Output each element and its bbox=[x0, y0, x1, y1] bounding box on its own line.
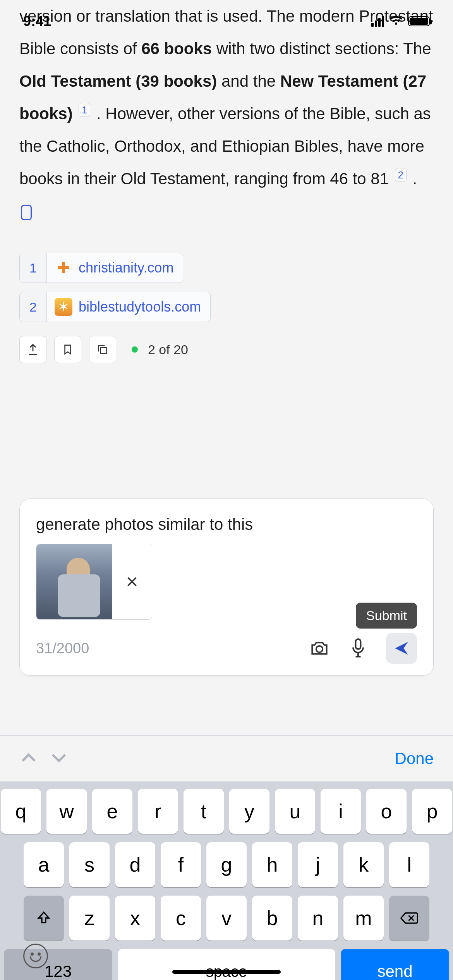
prev-field-button[interactable] bbox=[19, 749, 38, 769]
wifi-icon bbox=[389, 15, 403, 28]
remove-attachment-button[interactable] bbox=[112, 544, 152, 619]
text-cursor-icon bbox=[21, 205, 32, 220]
source-label: biblestudytools.com bbox=[79, 293, 210, 321]
microphone-button[interactable] bbox=[347, 637, 369, 659]
key-c[interactable]: c bbox=[161, 896, 201, 941]
submit-button[interactable]: Submit bbox=[356, 603, 417, 629]
cellular-icon bbox=[371, 16, 384, 27]
article-text: and the bbox=[221, 72, 280, 90]
key-e[interactable]: e bbox=[92, 789, 132, 834]
biblestudytools-favicon: ✶ bbox=[55, 298, 72, 316]
key-o[interactable]: o bbox=[366, 789, 407, 834]
source-label: christianity.com bbox=[79, 254, 183, 282]
key-g[interactable]: g bbox=[206, 842, 247, 887]
status-indicators bbox=[371, 15, 430, 28]
key-f[interactable]: f bbox=[161, 842, 201, 887]
article-text: . bbox=[412, 170, 417, 188]
key-b[interactable]: b bbox=[252, 896, 292, 941]
article-content: version or translation that is used. The… bbox=[0, 0, 453, 363]
character-count: 31/2000 bbox=[36, 640, 89, 657]
key-123[interactable]: 123 bbox=[4, 949, 112, 980]
key-shift[interactable] bbox=[24, 896, 64, 941]
key-r[interactable]: r bbox=[138, 789, 178, 834]
home-indicator[interactable] bbox=[172, 970, 281, 974]
key-a[interactable]: a bbox=[24, 842, 64, 887]
share-button[interactable] bbox=[19, 336, 46, 363]
key-x[interactable]: x bbox=[115, 896, 155, 941]
key-n[interactable]: n bbox=[298, 896, 338, 941]
keyboard-row-2: a s d f g h j k l bbox=[4, 842, 449, 887]
emoji-button[interactable] bbox=[23, 944, 48, 968]
key-m[interactable]: m bbox=[343, 896, 384, 941]
status-dot-icon bbox=[132, 346, 138, 353]
key-q[interactable]: q bbox=[1, 789, 41, 834]
battery-icon bbox=[408, 16, 430, 26]
key-u[interactable]: u bbox=[275, 789, 315, 834]
keyboard-row-1: q w e r t y u i o p bbox=[4, 789, 449, 834]
key-h[interactable]: h bbox=[252, 842, 292, 887]
image-attachment[interactable] bbox=[36, 544, 152, 620]
key-backspace[interactable] bbox=[389, 896, 429, 941]
page-counter: 2 of 20 bbox=[148, 336, 188, 363]
key-p[interactable]: p bbox=[412, 789, 452, 834]
key-j[interactable]: j bbox=[298, 842, 338, 887]
key-d[interactable]: d bbox=[115, 842, 155, 887]
svg-point-1 bbox=[316, 646, 323, 653]
key-v[interactable]: v bbox=[206, 896, 247, 941]
sources-list: 1 ✚ christianity.com 2 ✶ biblestudytools… bbox=[19, 251, 434, 363]
svg-rect-0 bbox=[101, 348, 107, 354]
attachment-thumbnail bbox=[36, 544, 112, 620]
key-send[interactable]: send bbox=[341, 949, 449, 980]
key-space[interactable]: space bbox=[118, 949, 335, 980]
keyboard-row-4: 123 space send bbox=[4, 949, 449, 980]
svg-rect-2 bbox=[356, 639, 361, 649]
message-text[interactable]: generate photos similar to this bbox=[36, 515, 417, 534]
key-i[interactable]: i bbox=[321, 789, 361, 834]
key-z[interactable]: z bbox=[69, 896, 110, 941]
bookmark-button[interactable] bbox=[54, 336, 81, 363]
source-number: 2 bbox=[20, 292, 47, 322]
message-input-card[interactable]: generate photos similar to this Submit 3… bbox=[19, 499, 434, 676]
send-button[interactable] bbox=[386, 633, 417, 664]
keyboard-toolbar: Done bbox=[0, 735, 453, 782]
source-number: 1 bbox=[20, 253, 47, 283]
key-y[interactable]: y bbox=[229, 789, 269, 834]
christianity-favicon: ✚ bbox=[55, 259, 72, 277]
key-l[interactable]: l bbox=[389, 842, 429, 887]
key-w[interactable]: w bbox=[46, 789, 87, 834]
keyboard-done-button[interactable]: Done bbox=[395, 749, 434, 768]
keyboard-row-3: z x c v b n m bbox=[4, 896, 449, 941]
source-link-1[interactable]: 1 ✚ christianity.com bbox=[19, 253, 183, 283]
next-field-button[interactable] bbox=[50, 749, 68, 769]
citation-badge-2[interactable]: 2 bbox=[395, 168, 407, 182]
ios-keyboard: q w e r t y u i o p a s d f g h j k l z bbox=[0, 782, 453, 980]
bold-text: Old Testament (39 books) bbox=[19, 72, 217, 90]
status-bar: 9:41 bbox=[0, 0, 453, 43]
citation-badge-1[interactable]: 1 bbox=[79, 103, 90, 117]
camera-button[interactable] bbox=[309, 637, 330, 659]
article-text: . However, other versions of the Bible, … bbox=[19, 105, 431, 188]
status-time: 9:41 bbox=[23, 13, 51, 29]
action-bar: 2 of 20 bbox=[19, 336, 434, 363]
source-link-2[interactable]: 2 ✶ biblestudytools.com bbox=[19, 292, 211, 322]
key-s[interactable]: s bbox=[69, 842, 110, 887]
key-t[interactable]: t bbox=[184, 789, 224, 834]
key-k[interactable]: k bbox=[343, 842, 384, 887]
copy-button[interactable] bbox=[89, 336, 116, 363]
